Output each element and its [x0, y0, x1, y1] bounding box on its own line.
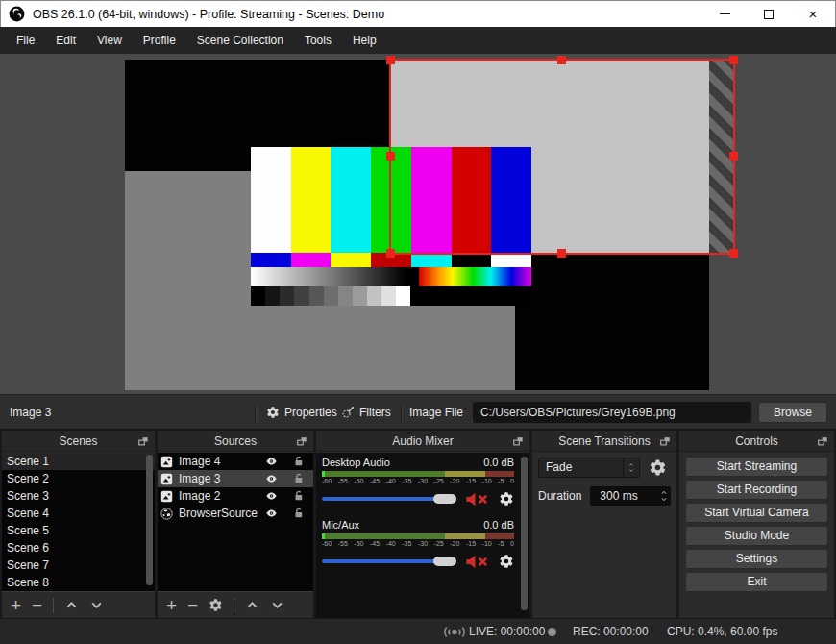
mute-speaker-icon[interactable] [463, 492, 492, 507]
scene-item[interactable]: Scene 2 [2, 470, 155, 487]
lock-icon[interactable] [293, 473, 305, 484]
remove-source-button[interactable]: − [187, 598, 198, 612]
popout-icon[interactable] [137, 435, 149, 447]
meter-tick-label: -20 [450, 540, 459, 549]
move-source-up-button[interactable] [245, 598, 259, 612]
browse-button[interactable]: Browse [758, 402, 827, 423]
visibility-eye-icon[interactable] [264, 508, 279, 519]
filters-button[interactable]: Filters [341, 395, 391, 430]
volume-slider[interactable] [322, 493, 456, 505]
source-item[interactable]: BrowserSource [158, 505, 313, 522]
scene-item[interactable]: Scene 5 [2, 522, 155, 539]
controls-header[interactable]: Controls [679, 431, 834, 452]
menu-tools[interactable]: Tools [294, 27, 342, 54]
source-properties-gear-icon[interactable] [209, 598, 223, 612]
gray-steps [251, 286, 410, 306]
spin-down-icon[interactable] [659, 496, 669, 503]
toolbar-separator [401, 404, 402, 421]
source-item[interactable]: Image 4 [158, 453, 313, 470]
scene-item[interactable]: Scene 3 [2, 487, 155, 505]
selection-handle-middle-right[interactable] [729, 152, 738, 161]
scenes-toolbar: + − [2, 591, 155, 618]
scenes-header[interactable]: Scenes [2, 431, 155, 452]
visibility-eye-icon[interactable] [264, 490, 279, 502]
popout-icon[interactable] [512, 435, 524, 447]
grayscale-gradient [251, 267, 419, 286]
visibility-eye-icon[interactable] [264, 473, 279, 484]
minimize-button[interactable] [702, 1, 747, 27]
meter-tick-label: -5 [498, 478, 504, 486]
volume-slider[interactable] [322, 556, 456, 567]
lock-icon[interactable] [293, 490, 305, 502]
duration-value: 300 ms [590, 486, 657, 506]
remove-scene-button[interactable]: − [32, 598, 42, 612]
scene-transitions-header[interactable]: Scene Transitions [532, 431, 676, 452]
sources-list: Image 4 Image 3 Image 2 [158, 453, 313, 591]
visibility-eye-icon[interactable] [264, 456, 279, 467]
add-source-button[interactable]: + [166, 598, 177, 612]
pattern-color-cell [396, 286, 410, 306]
selection-handle-middle-left[interactable] [386, 152, 395, 161]
close-button[interactable]: × [791, 1, 835, 27]
menu-help[interactable]: Help [342, 27, 387, 54]
source-item-selected[interactable]: Image 3 [158, 470, 313, 487]
preview-canvas[interactable] [0, 54, 836, 394]
pattern-color-cell [381, 286, 396, 306]
menu-scene-collection[interactable]: Scene Collection [186, 27, 294, 54]
selection-handle-bottom-right[interactable] [729, 249, 738, 258]
selection-handle-top-middle[interactable] [557, 56, 566, 64]
scene-item[interactable]: Scene 1 [2, 453, 155, 470]
selection-handle-top-left[interactable] [386, 56, 395, 64]
test-pattern-gray-steps-row [251, 286, 531, 306]
menu-view[interactable]: View [86, 27, 133, 54]
move-scene-down-button[interactable] [89, 598, 104, 612]
selection-bounding-box[interactable] [389, 59, 735, 255]
move-source-down-button[interactable] [270, 598, 284, 612]
scene-item[interactable]: Scene 4 [2, 505, 155, 522]
start-virtual-camera-button[interactable]: Start Virtual Camera [685, 503, 828, 523]
move-scene-up-button[interactable] [64, 598, 79, 612]
scene-item[interactable]: Scene 6 [2, 539, 155, 557]
spin-up-icon[interactable] [659, 489, 669, 496]
selection-handle-top-right[interactable] [729, 56, 738, 64]
start-streaming-button[interactable]: Start Streaming [685, 457, 828, 477]
studio-mode-button[interactable]: Studio Mode [685, 526, 828, 546]
popout-icon[interactable] [659, 435, 671, 447]
transition-select[interactable]: Fade [538, 458, 640, 478]
menu-edit[interactable]: Edit [45, 27, 86, 54]
transition-properties-gear-icon[interactable] [649, 458, 667, 477]
settings-button[interactable]: Settings [685, 549, 828, 569]
scene-item[interactable]: Scene 7 [2, 557, 155, 574]
selection-handle-bottom-left[interactable] [386, 249, 395, 258]
channel-gear-icon[interactable] [499, 491, 514, 507]
source-name: BrowserSource [179, 505, 258, 522]
canvas-source-black-bottom-right[interactable] [515, 255, 709, 390]
source-item[interactable]: Image 2 [158, 487, 313, 505]
mixer-scrollbar[interactable] [521, 457, 528, 610]
menu-profile[interactable]: Profile [133, 27, 186, 54]
slider-thumb[interactable] [433, 557, 456, 566]
scene-item[interactable]: Scene 8 [2, 574, 155, 591]
mute-speaker-icon[interactable] [463, 555, 492, 569]
audio-mixer-header[interactable]: Audio Mixer [316, 431, 529, 452]
slider-thumb[interactable] [433, 494, 456, 504]
maximize-button[interactable] [747, 1, 791, 27]
start-recording-button[interactable]: Start Recording [685, 480, 828, 500]
channel-name: Desktop Audio [322, 457, 390, 468]
lock-icon[interactable] [293, 456, 305, 467]
pattern-color-cell [309, 286, 324, 306]
scenes-scrollbar[interactable] [146, 455, 153, 585]
exit-button[interactable]: Exit [685, 572, 828, 592]
sources-header[interactable]: Sources [158, 431, 313, 452]
selection-handle-bottom-middle[interactable] [557, 249, 566, 258]
popout-icon[interactable] [296, 435, 307, 447]
lock-icon[interactable] [293, 508, 305, 519]
channel-gear-icon[interactable] [499, 554, 514, 569]
popout-icon[interactable] [817, 435, 828, 447]
properties-button[interactable]: Properties [266, 395, 337, 430]
image-file-input[interactable]: C:/Users/OBS/Pictures/Grey169B.png [473, 402, 751, 423]
add-scene-button[interactable]: + [11, 598, 21, 612]
meter-tick-label: -15 [466, 540, 476, 549]
menu-file[interactable]: File [6, 27, 45, 54]
duration-spinbox[interactable]: 300 ms [590, 486, 671, 506]
